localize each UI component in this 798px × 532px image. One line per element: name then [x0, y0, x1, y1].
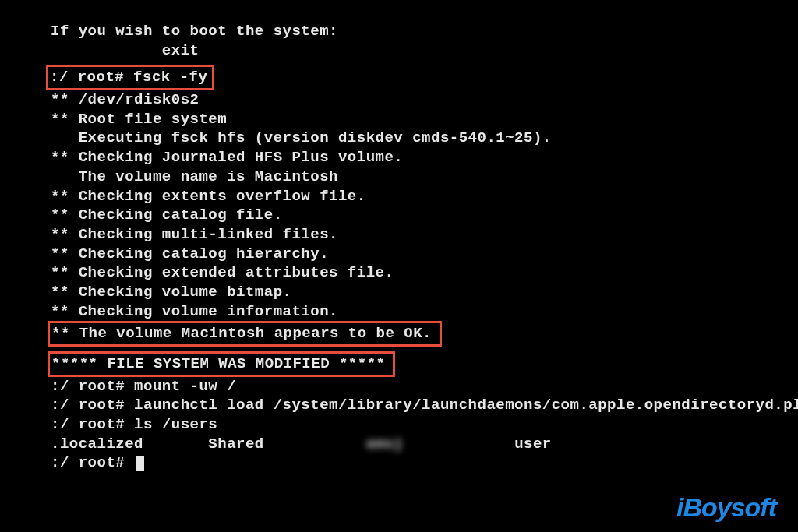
terminal-line: ** Checking multi-linked files. — [51, 225, 798, 245]
highlight-fsck-command: :/ root# fsck -fy — [51, 65, 798, 90]
terminal-line: :/ root# mount -uw / — [51, 377, 798, 396]
terminal-line: ** Root file system — [51, 110, 798, 129]
terminal-line: ** Checking volume bitmap. — [51, 283, 798, 302]
highlight-volume-ok: ** The volume Macintosh appears to be OK… — [51, 321, 798, 347]
ls-output-line: .localized Shared amuj user — [51, 435, 798, 454]
terminal-line: If you wish to boot the system: — [51, 22, 798, 41]
terminal-line: :/ root# launchctl load /system/library/… — [51, 396, 798, 415]
highlight-box: ***** FILE SYSTEM WAS MODIFIED ***** — [48, 351, 395, 377]
blurred-username: amuj — [366, 435, 404, 453]
terminal-line: ** Checking catalog file. — [51, 206, 798, 225]
terminal-line: The volume name is Macintosh — [51, 167, 798, 187]
terminal-line: ** Checking extents overflow file. — [51, 187, 798, 206]
terminal-line: ** Checking Journaled HFS Plus volume. — [51, 148, 798, 167]
highlight-box: :/ root# fsck -fy — [46, 65, 214, 90]
highlight-fs-modified: ***** FILE SYSTEM WAS MODIFIED ***** — [51, 351, 798, 377]
terminal-line: Executing fsck_hfs (version diskdev_cmds… — [51, 129, 798, 148]
terminal-line: exit — [51, 41, 798, 61]
cursor-icon — [136, 456, 144, 471]
terminal-line: :/ root# ls /users — [51, 415, 798, 435]
watermark-logo: iBoysoft — [676, 492, 776, 523]
terminal-prompt-active[interactable]: :/ root# — [51, 453, 798, 473]
terminal-line: ** Checking volume information. — [51, 302, 798, 322]
highlight-box: ** The volume Macintosh appears to be OK… — [48, 321, 442, 347]
terminal-line: ** Checking extended attributes file. — [51, 263, 798, 283]
terminal-line: ** Checking catalog hierarchy. — [51, 245, 798, 264]
terminal-line: ** /dev/rdisk0s2 — [51, 90, 798, 110]
